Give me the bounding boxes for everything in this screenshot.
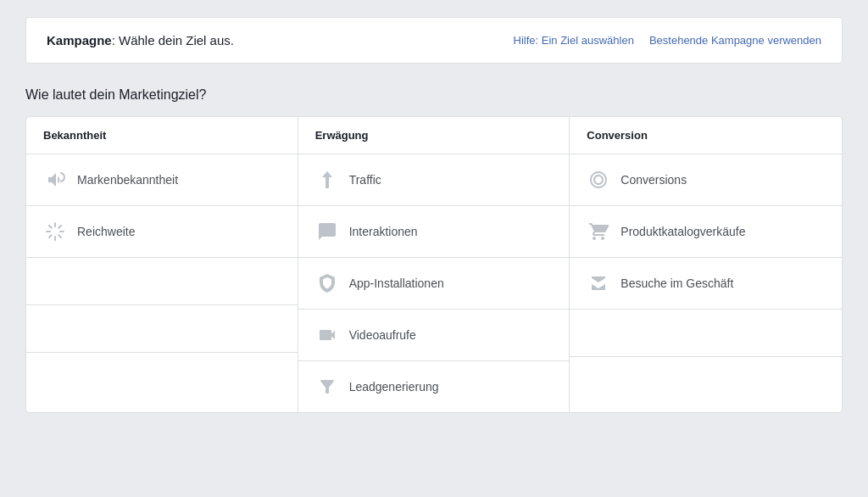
existing-campaign-link[interactable]: Bestehende Kampagne verwenden <box>649 34 821 47</box>
campaign-banner: Kampagne: Wähle dein Ziel aus. Hilfe: Ei… <box>25 17 843 64</box>
item-reichweite[interactable]: Reichweite <box>26 206 298 258</box>
page-wrapper: Kampagne: Wähle dein Ziel aus. Hilfe: Ei… <box>0 0 868 430</box>
campaign-label-rest: : Wähle dein Ziel aus. <box>112 33 234 47</box>
col-erwaegung: Traffic Interaktionen <box>298 154 570 412</box>
help-link[interactable]: Hilfe: Ein Ziel auswählen <box>514 34 634 47</box>
campaign-label-strong: Kampagne <box>47 33 112 47</box>
produktkatalogverkaufe-label: Produktkatalogverkäufe <box>620 225 745 238</box>
interaktionen-label: Interaktionen <box>349 225 418 238</box>
campaign-links: Hilfe: Ein Ziel auswählen Bestehende Kam… <box>514 34 821 47</box>
goal-table: Bekanntheit Erwägung Conversion Markenbe… <box>25 116 843 413</box>
item-videoaufrufe[interactable]: Videoaufrufe <box>298 310 570 361</box>
app-install-icon <box>315 271 339 295</box>
item-traffic[interactable]: Traffic <box>298 154 570 206</box>
catalog-sales-icon <box>587 220 610 243</box>
empty-bekanntheit-5 <box>26 353 298 400</box>
goal-table-body: Markenbekanntheit Reichweite <box>26 154 842 412</box>
conversions-label: Conversions <box>620 173 687 187</box>
conversions-icon <box>587 168 610 192</box>
col-bekanntheit: Markenbekanntheit Reichweite <box>26 154 298 412</box>
leadgenerierung-label: Leadgenerierung <box>349 380 439 394</box>
campaign-title: Kampagne: Wähle dein Ziel aus. <box>47 33 234 47</box>
empty-conversion-5 <box>570 357 842 405</box>
empty-bekanntheit-4 <box>26 305 298 353</box>
brand-awareness-icon <box>43 168 67 192</box>
traffic-icon <box>315 168 339 192</box>
item-conversions[interactable]: Conversions <box>570 154 842 206</box>
lead-gen-icon <box>315 375 339 399</box>
besuche-im-geschaeft-label: Besuche im Geschäft <box>620 276 733 290</box>
video-views-icon <box>315 323 339 347</box>
store-visits-icon <box>587 271 610 295</box>
item-leadgenerierung[interactable]: Leadgenerierung <box>298 361 570 412</box>
interactions-icon <box>315 220 339 243</box>
videoaufrufe-label: Videoaufrufe <box>349 328 416 342</box>
col-header-conversion: Conversion <box>570 117 842 154</box>
goal-table-header: Bekanntheit Erwägung Conversion <box>26 117 842 154</box>
col-header-erwaegung: Erwägung <box>298 117 570 154</box>
reach-icon <box>43 220 67 243</box>
item-markenbekanntheit[interactable]: Markenbekanntheit <box>26 154 298 206</box>
col-conversion: Conversions Produktkatalogverkäufe <box>570 154 842 412</box>
empty-conversion-4 <box>570 310 842 357</box>
empty-bekanntheit-3 <box>26 258 298 305</box>
traffic-label: Traffic <box>349 173 381 187</box>
item-besuche-im-geschaeft[interactable]: Besuche im Geschäft <box>570 258 842 310</box>
item-produktkatalogverkaufe[interactable]: Produktkatalogverkäufe <box>570 206 842 258</box>
section-heading: Wie lautet dein Marketingziel? <box>25 87 843 103</box>
reichweite-label: Reichweite <box>77 225 135 238</box>
col-header-bekanntheit: Bekanntheit <box>26 117 298 154</box>
app-installationen-label: App-Installationen <box>349 276 444 290</box>
item-interaktionen[interactable]: Interaktionen <box>298 206 570 258</box>
item-app-installationen[interactable]: App-Installationen <box>298 258 570 310</box>
markenbekanntheit-label: Markenbekanntheit <box>77 173 178 187</box>
